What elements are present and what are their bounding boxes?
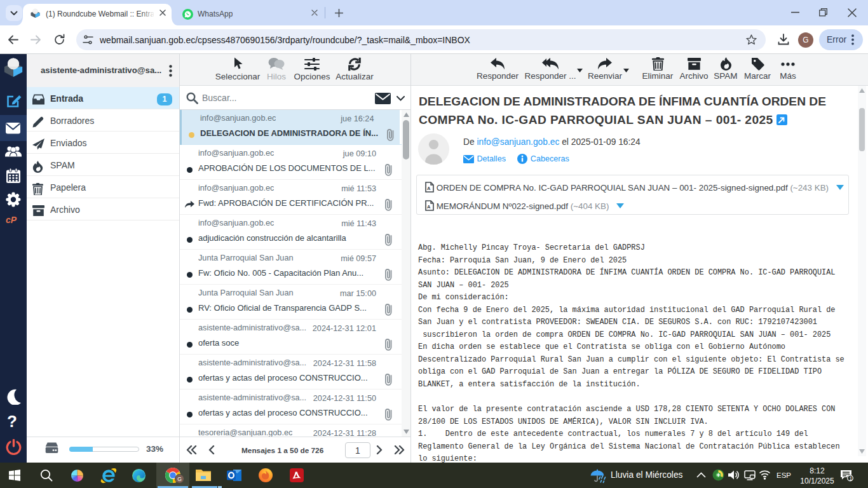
svg-text:A: A — [427, 204, 431, 210]
svg-text:1: 1 — [850, 475, 853, 482]
svg-text:A: A — [427, 186, 431, 191]
